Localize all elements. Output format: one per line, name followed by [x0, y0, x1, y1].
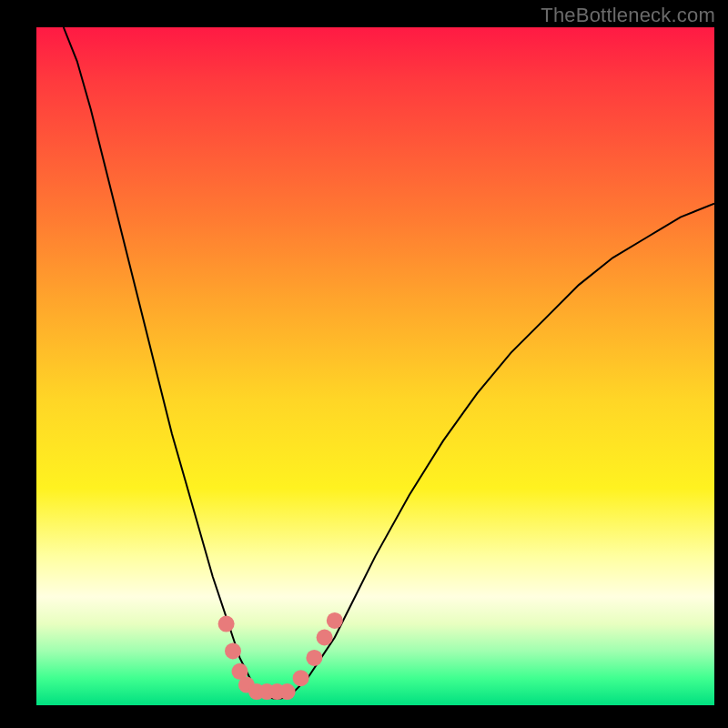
chart-frame: TheBottleneck.com — [0, 0, 728, 728]
curve-dot — [317, 630, 333, 646]
curve-dot — [218, 616, 235, 632]
curve-dot — [306, 650, 322, 666]
curve-svg — [36, 27, 714, 705]
curve-dot — [279, 683, 296, 700]
curve-dot — [293, 670, 309, 686]
bottleneck-curve — [64, 27, 714, 699]
curve-markers — [218, 612, 343, 700]
curve-dot — [327, 612, 343, 629]
watermark-text: TheBottleneck.com — [541, 4, 715, 27]
curve-dot — [225, 642, 241, 659]
plot-area — [36, 27, 714, 705]
